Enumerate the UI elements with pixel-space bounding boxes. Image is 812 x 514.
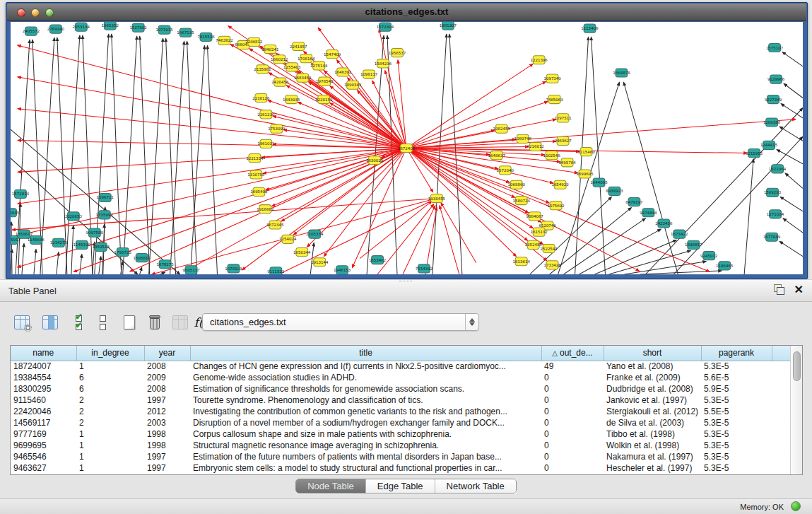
- graph-node[interactable]: 1946153: [334, 266, 351, 274]
- delete-column-button[interactable]: [144, 312, 165, 333]
- cell[interactable]: 1: [76, 361, 144, 372]
- graph-edge[interactable]: [95, 34, 109, 274]
- graph-node[interactable]: 8938923: [606, 187, 623, 195]
- cell[interactable]: 2: [76, 406, 144, 417]
- cell[interactable]: Tourette syndrome. Phenomenology and cla…: [190, 395, 541, 406]
- graph-node[interactable]: 1615132: [530, 228, 547, 236]
- graph-node[interactable]: 2105334: [306, 230, 324, 238]
- graph-edge[interactable]: [782, 52, 803, 66]
- graph-node[interactable]: 1209388: [763, 118, 781, 127]
- graph-edge[interactable]: [406, 148, 549, 204]
- graph-edge[interactable]: [673, 136, 803, 274]
- cell[interactable]: 1: [76, 428, 144, 440]
- graph-node[interactable]: 2161230: [257, 110, 275, 119]
- network-table-select[interactable]: citations_edges.txt: [202, 313, 479, 331]
- float-panel-icon[interactable]: [774, 284, 784, 295]
- graph-node[interactable]: 2420456: [271, 78, 289, 86]
- cell[interactable]: 5.3E-5: [701, 462, 772, 474]
- graph-edge[interactable]: [777, 150, 803, 164]
- graph-node[interactable]: 1572304: [377, 23, 394, 31]
- cell[interactable]: Investigating the contribution of common…: [190, 406, 541, 417]
- graph-node[interactable]: 1961031: [257, 139, 274, 148]
- graph-node[interactable]: 1664878: [613, 69, 630, 77]
- graph-node[interactable]: 6216012: [526, 142, 543, 151]
- network-view-window[interactable]: citations_edges.txt 24055722769140205313…: [6, 2, 808, 279]
- graph-node[interactable]: 1978543: [316, 77, 334, 86]
- graph-node[interactable]: 1735992: [96, 211, 113, 219]
- graph-node[interactable]: 1310755: [247, 170, 265, 179]
- close-panel-icon[interactable]: ✕: [794, 284, 804, 295]
- graph-edge[interactable]: [22, 243, 24, 274]
- graph-node[interactable]: 9111521: [267, 267, 284, 274]
- graph-node[interactable]: 1527602: [129, 23, 146, 32]
- cell[interactable]: 9115460: [11, 395, 76, 406]
- graph-edge[interactable]: [784, 83, 803, 98]
- cell[interactable]: 0: [541, 417, 604, 428]
- memory-ok-icon[interactable]: [791, 501, 801, 511]
- cell[interactable]: 5.5E-5: [701, 406, 772, 417]
- graph-node[interactable]: 7485063: [546, 95, 563, 103]
- cell[interactable]: Yano et al. (2008): [604, 361, 701, 372]
- cell[interactable]: 1997: [144, 462, 190, 474]
- graph-node[interactable]: 2053134: [73, 23, 90, 31]
- graph-node[interactable]: 1275144: [310, 62, 328, 70]
- cell[interactable]: Nakamura et al. (1997): [604, 451, 701, 462]
- cell[interactable]: 6: [76, 383, 144, 395]
- cell[interactable]: 6: [76, 372, 144, 383]
- tab-network-table[interactable]: Network Table: [435, 479, 516, 493]
- column-header-short[interactable]: short: [604, 346, 701, 361]
- graph-node[interactable]: 1733426: [543, 261, 561, 269]
- graph-node[interactable]: 2423456: [655, 219, 673, 228]
- graph-node[interactable]: 1695492: [250, 187, 267, 196]
- graph-node[interactable]: 1080748: [514, 134, 532, 143]
- table-row[interactable]: 969969511998Structural magnetic resonanc…: [11, 440, 791, 451]
- graph-edge[interactable]: [283, 130, 406, 148]
- graph-node[interactable]: 2135861: [254, 65, 271, 74]
- graph-node[interactable]: 2405572: [23, 27, 40, 35]
- cell[interactable]: 0: [541, 440, 604, 451]
- show-column-button[interactable]: [40, 312, 61, 333]
- graph-node[interactable]: 1569293: [764, 188, 782, 197]
- cell[interactable]: 5.6E-5: [701, 372, 772, 383]
- cell[interactable]: 0: [541, 462, 604, 474]
- node-table[interactable]: namein_degreeyeartitle△out_de...shortpag…: [10, 345, 803, 475]
- cell[interactable]: 1: [76, 451, 144, 462]
- graph-node[interactable]: 1002548: [543, 151, 560, 160]
- graph-node[interactable]: 1244415: [760, 141, 778, 149]
- graph-node[interactable]: 1350513: [93, 243, 110, 251]
- graph-node[interactable]: 1695810: [133, 254, 151, 262]
- graph-edge[interactable]: [403, 206, 435, 274]
- cell[interactable]: 19384554: [11, 372, 76, 383]
- cell[interactable]: 5.3E-5: [701, 395, 772, 406]
- graph-node[interactable]: 1115408: [581, 24, 599, 33]
- graph-edge[interactable]: [140, 267, 142, 274]
- cell[interactable]: 1: [76, 462, 144, 474]
- cell[interactable]: 2008: [144, 361, 190, 372]
- scrollbar-thumb[interactable]: [793, 351, 801, 381]
- select-all-columns-button[interactable]: [68, 312, 89, 333]
- unselect-all-columns-button[interactable]: [92, 312, 113, 333]
- graph-node[interactable]: 2241857: [290, 42, 307, 50]
- graph-edge[interactable]: [18, 148, 406, 267]
- cell[interactable]: 9699695: [11, 440, 76, 451]
- graph-node[interactable]: 1071915: [155, 25, 173, 34]
- cell[interactable]: Wolkin et al. (1998): [604, 440, 701, 451]
- cell[interactable]: Disruption of a novel member of a sodium…: [190, 417, 541, 428]
- graph-node[interactable]: 9463627: [554, 136, 572, 145]
- graph-edge[interactable]: [80, 255, 82, 274]
- graph-edge[interactable]: [781, 104, 803, 118]
- graph-node[interactable]: 1683452: [294, 74, 311, 82]
- cell[interactable]: 2012: [144, 406, 190, 417]
- cell[interactable]: 2: [76, 395, 144, 406]
- graph-edge[interactable]: [18, 45, 406, 148]
- cell[interactable]: 2003: [144, 417, 190, 428]
- cell[interactable]: 9465546: [11, 451, 76, 462]
- graph-node[interactable]: 1271034: [767, 210, 784, 218]
- table-vertical-scrollbar[interactable]: [790, 346, 802, 474]
- cell[interactable]: Stergiakouli et al. (2012): [604, 406, 701, 417]
- graph-node[interactable]: 9495764: [558, 158, 576, 167]
- graph-node[interactable]: 2769140: [47, 25, 65, 33]
- cell[interactable]: Tibbo et al. (1998): [604, 428, 701, 440]
- graph-edge[interactable]: [99, 257, 101, 274]
- graph-edge[interactable]: [123, 36, 137, 274]
